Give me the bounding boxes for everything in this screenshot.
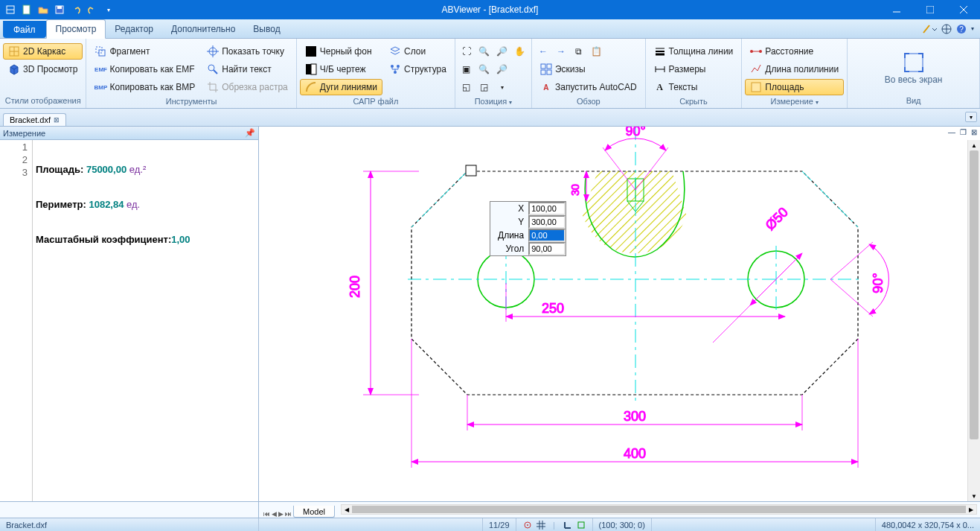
tab-output[interactable]: Вывод	[244, 19, 289, 38]
copy-emf-button[interactable]: EMFКопировать как EMF	[89, 61, 200, 77]
line-thickness-button[interactable]: Толщина линии	[649, 43, 739, 60]
coord-input-angle[interactable]	[528, 242, 566, 255]
style-dropdown-icon[interactable]	[922, 24, 937, 34]
vertical-scrollbar[interactable]: ▲ ▼	[967, 140, 980, 501]
layout-last-icon[interactable]: ⏭	[285, 510, 292, 518]
svg-rect-30	[541, 70, 545, 74]
sep: |	[549, 520, 560, 530]
undo-icon[interactable]	[70, 4, 82, 16]
svg-line-78	[713, 305, 750, 343]
fullscreen-button[interactable]: Во весь экран	[877, 40, 950, 95]
2d-wireframe-button[interactable]: 2D Каркас	[3, 43, 83, 60]
layout-prev-icon[interactable]: ◀	[272, 510, 277, 518]
measurement-text[interactable]: Площадь: 75000,00 ед.² Периметр: 1082,84…	[33, 140, 258, 501]
arcs-as-lines-button[interactable]: Дуги линиями	[300, 79, 382, 95]
copy-bmp-button[interactable]: BMPКопировать как BMP	[89, 79, 200, 95]
layout-first-icon[interactable]: ⏮	[263, 510, 270, 518]
mdi-close-icon[interactable]: ⊠	[970, 128, 979, 136]
minimize-button[interactable]	[880, 0, 913, 19]
document-tabs: Bracket.dxf ⊠ ▾	[0, 109, 980, 127]
zoom-in-button[interactable]: 🔍	[476, 43, 493, 60]
maximize-button[interactable]	[913, 0, 947, 19]
prev-button[interactable]: ←	[535, 43, 551, 60]
open-icon[interactable]	[37, 4, 49, 16]
black-bg-button[interactable]: Черный фон	[300, 43, 382, 60]
help-dropdown-icon[interactable]: ▾	[971, 25, 974, 32]
ortho-icon[interactable]	[563, 520, 573, 530]
area-button[interactable]: Площадь	[745, 79, 844, 95]
hscroll-right-icon[interactable]: ▶	[966, 505, 976, 514]
view1-button[interactable]: ◱	[458, 79, 475, 95]
qat-dropdown-icon[interactable]: ▾	[103, 4, 115, 16]
bw-icon	[305, 63, 317, 75]
pan-button[interactable]: ✋	[512, 43, 528, 60]
view-dropdown-button[interactable]: ▾	[494, 79, 510, 95]
new-icon[interactable]	[21, 4, 33, 16]
zoom-out-button[interactable]: 🔎	[494, 43, 510, 60]
doctabs-dropdown[interactable]: ▾	[965, 112, 977, 122]
area-icon	[750, 81, 762, 93]
close-button[interactable]	[947, 0, 980, 19]
close-tab-icon[interactable]: ⊠	[54, 116, 60, 124]
copy-button[interactable]: ⧉	[571, 43, 587, 60]
help-icon[interactable]: ?	[956, 24, 967, 34]
coord-label-y: Y	[490, 215, 528, 229]
find-text-button[interactable]: Найти текст	[202, 61, 293, 77]
ribbon-tabs: Файл Просмотр Редактор Дополнительно Выв…	[0, 19, 980, 39]
tab-editor[interactable]: Редактор	[106, 19, 162, 38]
zoom-fit-button[interactable]: ⛶	[458, 43, 475, 60]
layers-button[interactable]: Слои	[384, 43, 452, 60]
zoom-prev-button[interactable]: 🔍	[476, 61, 493, 77]
fullscreen-icon	[902, 51, 926, 74]
hscroll-thumb[interactable]	[352, 506, 966, 513]
scroll-thumb[interactable]	[970, 150, 979, 439]
paste-button[interactable]: 📋	[589, 43, 605, 60]
grid-icon	[540, 63, 552, 75]
app-cube-icon[interactable]	[4, 4, 16, 16]
redo-icon[interactable]	[86, 4, 98, 16]
dimensions-button[interactable]: Размеры	[649, 61, 739, 77]
scroll-down-icon[interactable]: ▼	[968, 491, 980, 501]
model-tab[interactable]: Model	[293, 506, 335, 518]
structure-button[interactable]: Структура	[384, 61, 452, 77]
next-button[interactable]: →	[553, 43, 569, 60]
coord-input-x[interactable]	[528, 202, 566, 215]
svg-rect-24	[311, 64, 316, 74]
coord-input-length[interactable]	[528, 229, 566, 242]
svg-point-20	[208, 65, 214, 71]
tab-view[interactable]: Просмотр	[46, 19, 106, 39]
svg-point-40	[759, 50, 762, 53]
svg-rect-6	[926, 6, 934, 13]
zoom-window-button[interactable]: ▣	[458, 61, 475, 77]
save-icon[interactable]	[54, 4, 65, 16]
drawing-canvas[interactable]: — ❐ ⊠ ▲ ▼	[259, 127, 980, 501]
hscroll-left-icon[interactable]: ◀	[342, 505, 352, 514]
polyline-length-button[interactable]: Длина полилинии	[745, 61, 844, 77]
texts-button[interactable]: AТексты	[649, 79, 739, 95]
document-tab-bracket[interactable]: Bracket.dxf ⊠	[3, 113, 66, 126]
horizontal-scrollbar[interactable]: ◀ ▶	[341, 504, 977, 515]
svg-line-72	[830, 242, 873, 279]
scroll-up-icon[interactable]: ▲	[968, 140, 980, 150]
svg-rect-31	[547, 70, 551, 74]
bw-drawing-button[interactable]: Ч/Б чертеж	[300, 61, 382, 77]
zoom-next-button[interactable]: 🔎	[494, 61, 510, 77]
layout-next-icon[interactable]: ▶	[278, 510, 284, 518]
world-icon[interactable]	[941, 24, 952, 34]
view2-button[interactable]: ◲	[476, 79, 493, 95]
sketches-button[interactable]: Эскизы	[535, 61, 642, 77]
file-tab[interactable]: Файл	[3, 21, 46, 38]
show-point-button[interactable]: Показать точку	[202, 43, 293, 60]
osnap-icon[interactable]	[576, 520, 586, 530]
autocad-button[interactable]: AЗапустить AutoCAD	[535, 79, 642, 95]
snap-icon[interactable]	[522, 520, 533, 530]
fragment-button[interactable]: Фрагмент	[89, 43, 200, 60]
coord-input-y[interactable]	[528, 215, 566, 229]
3d-view-button[interactable]: 3D Просмотр	[3, 61, 83, 77]
svg-rect-2	[23, 5, 30, 14]
dim-icon	[654, 63, 666, 75]
tab-extra[interactable]: Дополнительно	[162, 19, 244, 38]
distance-button[interactable]: Расстояние	[745, 43, 844, 60]
grid-icon[interactable]	[536, 520, 546, 530]
pin-icon[interactable]: 📌	[245, 128, 255, 138]
